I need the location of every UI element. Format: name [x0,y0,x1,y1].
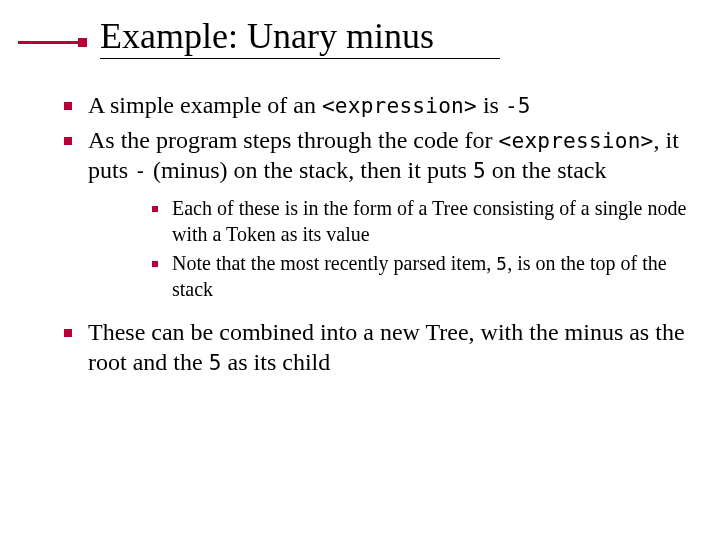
sub-bullet-item: Note that the most recently parsed item,… [142,251,690,302]
slide-title: Example: Unary minus [100,18,500,56]
accent-line [18,41,80,44]
code-run: 5 [209,350,222,375]
code-run: 5 [473,158,486,183]
slide-body: A simple example of an <expression> is -… [50,90,690,382]
code-run: - [134,158,147,183]
bullet-item: A simple example of an <expression> is -… [50,90,690,121]
bullet-item: These can be combined into a new Tree, w… [50,317,690,378]
text-run: As the program steps through the code fo… [88,127,499,153]
title-underline [100,58,500,59]
text-run: is [477,92,505,118]
text-run: (minus) on the stack, then it puts [147,157,473,183]
accent-square-icon [78,38,87,47]
code-run: 5 [496,254,507,274]
text-run: as its child [222,349,331,375]
code-run: -5 [505,93,531,118]
text-run: These can be combined into a new Tree, w… [88,319,685,376]
title-block: Example: Unary minus [100,18,500,59]
text-run: Each of these is in the form of a Tree c… [172,197,686,245]
code-run: <expression> [322,93,477,118]
text-run: A simple example of an [88,92,322,118]
code-run: <expression> [499,128,654,153]
bullet-item: As the program steps through the code fo… [50,125,690,303]
text-run: Note that the most recently parsed item, [172,252,496,274]
bullet-list: A simple example of an <expression> is -… [50,90,690,378]
sub-bullet-list: Each of these is in the form of a Tree c… [142,196,690,302]
text-run: on the stack [486,157,607,183]
slide: Example: Unary minus A simple example of… [0,0,720,540]
sub-bullet-item: Each of these is in the form of a Tree c… [142,196,690,247]
